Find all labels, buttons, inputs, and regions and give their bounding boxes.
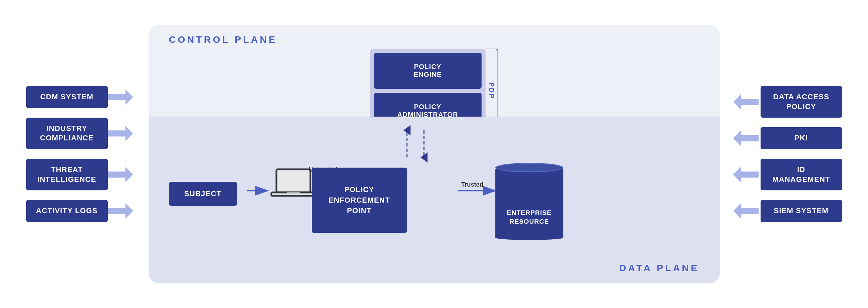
id-management-box: ID MANAGEMENT [761, 159, 842, 190]
arrow-left-2 [733, 130, 761, 147]
outer-plane: CONTROL PLANE POLICY ENGINE POLICY ADMIN… [149, 25, 720, 283]
arrow-right-4 [108, 202, 135, 219]
industry-compliance-box: INDUSTRY COMPLIANCE [26, 118, 108, 149]
left-row-2: INDUSTRY COMPLIANCE [26, 118, 135, 149]
right-row-3: ID MANAGEMENT [733, 159, 842, 190]
arrow-right-2 [108, 125, 135, 142]
arrow-left-4 [733, 202, 761, 219]
svg-rect-11 [287, 192, 300, 194]
cdm-system-box: CDM SYSTEM [26, 86, 108, 108]
left-row-1: CDM SYSTEM [26, 86, 135, 108]
right-row-1: DATA ACCESS POLICY [733, 86, 842, 118]
center-area: CONTROL PLANE POLICY ENGINE POLICY ADMIN… [138, 25, 730, 283]
arrow-right-1 [108, 89, 135, 106]
arrow-left-1 [733, 93, 761, 110]
activity-logs-box: ACTIVITY LOGS [26, 200, 108, 222]
data-plane-label: DATA PLANE [619, 263, 699, 274]
subject-box: SUBJECT [169, 182, 237, 206]
trusted-label: Trusted [461, 181, 483, 188]
enterprise-resource-container: ENTERPRISE RESOURCE [495, 168, 563, 240]
left-column: CDM SYSTEM INDUSTRY COMPLIANCE THREAT IN… [26, 86, 135, 222]
right-row-4: SIEM SYSTEM [733, 200, 842, 222]
left-row-4: ACTIVITY LOGS [26, 200, 135, 222]
svg-rect-9 [278, 171, 309, 191]
pki-box: PKI [761, 127, 842, 149]
enterprise-resource-box: ENTERPRISE RESOURCE [495, 168, 563, 237]
laptop-area: Untrusted [270, 168, 317, 202]
threat-intelligence-box: THREAT INTELLIGENCE [26, 159, 108, 190]
control-plane-label: CONTROL PLANE [169, 34, 277, 45]
left-row-3: THREAT INTELLIGENCE [26, 159, 135, 190]
arrow-left-3 [733, 166, 761, 183]
right-column: DATA ACCESS POLICY PKI ID MANAGEMENT SIE… [733, 86, 842, 222]
policy-engine-box: POLICY ENGINE [374, 53, 481, 89]
arrow-right-3 [108, 166, 135, 183]
enterprise-resource-text: ENTERPRISE RESOURCE [507, 209, 551, 225]
data-access-policy-box: DATA ACCESS POLICY [761, 86, 842, 118]
right-row-2: PKI [733, 127, 842, 149]
siem-system-box: SIEM SYSTEM [761, 200, 842, 222]
pep-box: POLICY ENFORCEMENT POINT [312, 168, 407, 233]
diagram-container: CDM SYSTEM INDUSTRY COMPLIANCE THREAT IN… [26, 15, 842, 293]
